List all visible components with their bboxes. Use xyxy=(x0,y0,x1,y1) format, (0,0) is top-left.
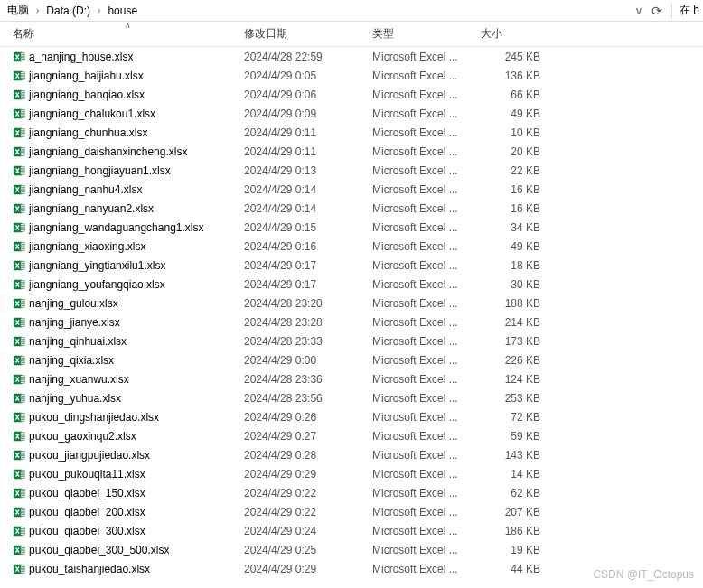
file-size-cell: 16 KB xyxy=(481,202,540,215)
file-name-label: jiangniang_yingtianxilu1.xlsx xyxy=(29,259,165,272)
file-row[interactable]: jiangniang_nanyuan2.xlsx2024/4/29 0:14Mi… xyxy=(0,199,703,218)
file-date-cell: 2024/4/28 23:28 xyxy=(244,316,372,329)
file-name-label: pukou_qiaobei_200.xlsx xyxy=(29,506,145,518)
file-name-label: jiangniang_chunhua.xlsx xyxy=(29,126,147,139)
column-header-name[interactable]: 名称 ∧ xyxy=(13,22,244,46)
file-row[interactable]: pukou_qiaobei_300_500.xlsx2024/4/29 0:25… xyxy=(0,540,703,559)
file-date-cell: 2024/4/29 0:26 xyxy=(244,411,372,424)
file-row[interactable]: jiangniang_yingtianxilu1.xlsx2024/4/29 0… xyxy=(0,256,703,275)
file-name-label: pukou_pukouqita11.xlsx xyxy=(29,468,145,481)
file-row[interactable]: jiangniang_chalukou1.xlsx2024/4/29 0:09M… xyxy=(0,104,703,123)
breadcrumb-item[interactable]: 电脑 xyxy=(4,3,33,18)
xlsx-icon xyxy=(13,164,25,177)
xlsx-icon xyxy=(13,544,25,556)
file-name-label: jiangniang_baijiahu.xlsx xyxy=(29,70,144,82)
chevron-right-icon[interactable]: › xyxy=(94,5,104,15)
breadcrumb[interactable]: 电脑 › Data (D:) › house v ⟳ 在 h xyxy=(0,0,703,22)
file-row[interactable]: nanjing_qixia.xlsx2024/4/29 0:00Microsof… xyxy=(0,350,703,369)
file-row[interactable]: nanjing_xuanwu.xlsx2024/4/28 23:36Micros… xyxy=(0,369,703,388)
file-type-cell: Microsoft Excel ... xyxy=(372,373,481,386)
file-type-cell: Microsoft Excel ... xyxy=(372,202,481,215)
file-name-cell: jiangniang_chalukou1.xlsx xyxy=(13,107,244,120)
file-row[interactable]: pukou_qiaobei_150.xlsx2024/4/29 0:22Micr… xyxy=(0,483,703,502)
file-row[interactable]: jiangniang_daishanxincheng.xlsx2024/4/29… xyxy=(0,142,703,161)
file-row[interactable]: jiangniang_nanhu4.xlsx2024/4/29 0:14Micr… xyxy=(0,180,703,199)
file-row[interactable]: jiangniang_xiaoxing.xlsx2024/4/29 0:16Mi… xyxy=(0,237,703,256)
file-type-cell: Microsoft Excel ... xyxy=(372,487,481,499)
file-name-cell: jiangniang_chunhua.xlsx xyxy=(13,126,244,139)
xlsx-icon xyxy=(13,468,25,481)
chevron-right-icon[interactable]: › xyxy=(33,5,42,15)
xlsx-icon xyxy=(13,525,25,537)
file-date-cell: 2024/4/29 0:28 xyxy=(244,449,372,462)
file-type-cell: Microsoft Excel ... xyxy=(372,278,481,291)
file-name-label: a_nanjing_house.xlsx xyxy=(29,51,133,63)
file-row[interactable]: pukou_gaoxinqu2.xlsx2024/4/29 0:27Micros… xyxy=(0,426,703,445)
file-row[interactable]: pukou_qiaobei_200.xlsx2024/4/29 0:22Micr… xyxy=(0,502,703,521)
file-row[interactable]: jiangniang_wandaguangchang1.xlsx2024/4/2… xyxy=(0,218,703,237)
watermark: CSDN @IT_Octopus xyxy=(593,568,694,578)
xlsx-icon xyxy=(13,221,25,234)
file-name-cell: pukou_dingshanjiedao.xlsx xyxy=(13,411,244,424)
file-name-label: pukou_dingshanjiedao.xlsx xyxy=(29,411,159,424)
file-size-cell: 186 KB xyxy=(481,525,540,537)
file-row[interactable]: jiangniang_youfangqiao.xlsx2024/4/29 0:1… xyxy=(0,275,703,294)
column-label: 名称 xyxy=(13,26,34,42)
xlsx-icon xyxy=(13,145,25,158)
breadcrumb-item[interactable]: house xyxy=(104,5,141,17)
refresh-icon: ⟳ xyxy=(651,4,662,18)
file-row[interactable]: jiangniang_hongjiayuan1.xlsx2024/4/29 0:… xyxy=(0,161,703,180)
xlsx-icon xyxy=(13,51,25,63)
column-header-size[interactable]: 大小 xyxy=(481,22,540,46)
file-type-cell: Microsoft Excel ... xyxy=(372,449,481,462)
file-row[interactable]: nanjing_yuhua.xlsx2024/4/28 23:56Microso… xyxy=(0,388,703,407)
file-name-cell: jiangniang_baijiahu.xlsx xyxy=(13,70,244,82)
file-type-cell: Microsoft Excel ... xyxy=(372,240,481,253)
file-row[interactable]: jiangniang_chunhua.xlsx2024/4/29 0:11Mic… xyxy=(0,123,703,142)
file-name-label: nanjing_yuhua.xlsx xyxy=(29,392,121,405)
file-name-cell: nanjing_jianye.xlsx xyxy=(13,316,244,329)
file-name-label: nanjing_gulou.xlsx xyxy=(29,297,118,310)
breadcrumb-item[interactable]: Data (D:) xyxy=(42,5,94,17)
file-date-cell: 2024/4/28 23:20 xyxy=(244,297,372,310)
chevron-down-icon: v xyxy=(636,5,642,17)
file-type-cell: Microsoft Excel ... xyxy=(372,145,481,158)
file-type-cell: Microsoft Excel ... xyxy=(372,506,481,518)
xlsx-icon xyxy=(13,449,25,462)
file-name-cell: jiangniang_banqiao.xlsx xyxy=(13,89,244,101)
file-row[interactable]: jiangniang_baijiahu.xlsx2024/4/29 0:05Mi… xyxy=(0,66,703,85)
xlsx-icon xyxy=(13,373,25,386)
file-row[interactable]: pukou_dingshanjiedao.xlsx2024/4/29 0:26M… xyxy=(0,407,703,426)
file-row[interactable]: a_nanjing_house.xlsx2024/4/28 22:59Micro… xyxy=(0,47,703,66)
file-date-cell: 2024/4/29 0:17 xyxy=(244,259,372,272)
file-row[interactable]: pukou_jiangpujiedao.xlsx2024/4/29 0:28Mi… xyxy=(0,445,703,464)
file-name-cell: nanjing_gulou.xlsx xyxy=(13,297,244,310)
file-name-label: jiangniang_wandaguangchang1.xlsx xyxy=(29,221,204,234)
file-date-cell: 2024/4/29 0:16 xyxy=(244,240,372,253)
dropdown-button[interactable]: v xyxy=(630,2,648,20)
column-header-date[interactable]: 修改日期 xyxy=(244,22,372,46)
file-date-cell: 2024/4/29 0:13 xyxy=(244,164,372,177)
file-row[interactable]: pukou_qiaobei_300.xlsx2024/4/29 0:24Micr… xyxy=(0,521,703,540)
file-name-cell: pukou_qiaobei_150.xlsx xyxy=(13,487,244,499)
search-area[interactable]: 在 h xyxy=(671,3,699,18)
file-name-cell: jiangniang_yingtianxilu1.xlsx xyxy=(13,259,244,272)
file-size-cell: 10 KB xyxy=(481,126,540,139)
file-size-cell: 188 KB xyxy=(481,297,540,310)
xlsx-icon xyxy=(13,278,25,291)
file-row[interactable]: jiangniang_banqiao.xlsx2024/4/29 0:06Mic… xyxy=(0,85,703,104)
file-size-cell: 62 KB xyxy=(481,487,540,499)
file-row[interactable]: nanjing_gulou.xlsx2024/4/28 23:20Microso… xyxy=(0,294,703,313)
column-header-type[interactable]: 类型 xyxy=(372,22,481,46)
file-row[interactable]: nanjing_jianye.xlsx2024/4/28 23:28Micros… xyxy=(0,313,703,331)
file-name-label: jiangniang_daishanxincheng.xlsx xyxy=(29,145,187,158)
file-date-cell: 2024/4/29 0:29 xyxy=(244,468,372,481)
file-name-label: pukou_qiaobei_150.xlsx xyxy=(29,487,145,499)
refresh-button[interactable]: ⟳ xyxy=(648,2,666,20)
file-date-cell: 2024/4/29 0:11 xyxy=(244,126,372,139)
file-name-cell: nanjing_yuhua.xlsx xyxy=(13,392,244,405)
file-row[interactable]: nanjing_qinhuai.xlsx2024/4/28 23:33Micro… xyxy=(0,331,703,350)
file-row[interactable]: pukou_pukouqita11.xlsx2024/4/29 0:29Micr… xyxy=(0,464,703,483)
file-date-cell: 2024/4/29 0:05 xyxy=(244,70,372,82)
file-name-cell: pukou_taishanjiedao.xlsx xyxy=(13,563,244,575)
